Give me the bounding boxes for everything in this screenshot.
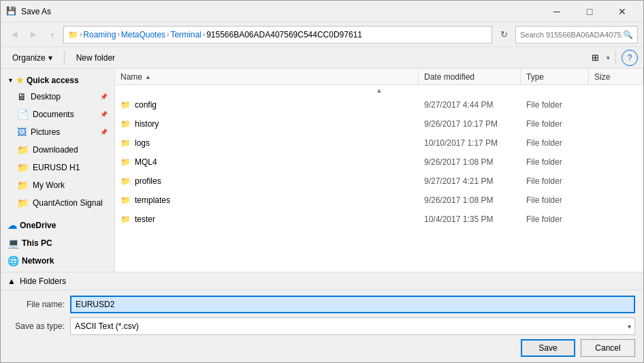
organize-arrow: ▾ bbox=[48, 53, 52, 63]
filename-input[interactable] bbox=[70, 296, 635, 313]
toolbar-right: ⊞ ▾ ? bbox=[586, 50, 638, 66]
back-button[interactable]: ◀ bbox=[6, 27, 22, 43]
eurusd-folder-icon: 📁 bbox=[17, 162, 29, 173]
table-row[interactable]: 📁 templates 9/26/2017 1:08 PM File folde… bbox=[115, 191, 643, 210]
sidebar-item-downloaded-label: Downloaded bbox=[33, 145, 78, 155]
file-name-config: 📁 config bbox=[115, 100, 419, 110]
close-button[interactable]: ✕ bbox=[607, 1, 638, 22]
search-box[interactable]: 🔍 bbox=[515, 26, 638, 44]
minimize-button[interactable]: ─ bbox=[541, 1, 573, 22]
pictures-icon: 🖼 bbox=[17, 127, 27, 138]
file-name-mql4: 📁 MQL4 bbox=[115, 157, 419, 167]
breadcrumb-folder-icon: 📁 bbox=[68, 30, 78, 40]
forward-button[interactable]: ▶ bbox=[25, 27, 42, 43]
search-input[interactable] bbox=[520, 31, 623, 39]
address-bar: ◀ ▶ ↑ 📁 › Roaming › MetaQuotes › Termina… bbox=[1, 22, 643, 47]
search-icon: 🔍 bbox=[623, 30, 633, 40]
sidebar-item-downloaded[interactable]: 📁 Downloaded bbox=[1, 141, 114, 159]
file-name-logs: 📁 logs bbox=[115, 138, 419, 148]
toolbar: Organize ▾ New folder ⊞ ▾ ? bbox=[1, 47, 643, 69]
sidebar-item-eurusd-label: EURUSD H1 bbox=[33, 163, 80, 172]
hide-folders-bar[interactable]: ▲ Hide Folders bbox=[1, 272, 643, 289]
col-size-label: Size bbox=[594, 72, 610, 82]
hide-folders-icon: ▲ bbox=[7, 277, 16, 286]
col-header-size[interactable]: Size bbox=[589, 69, 643, 84]
cancel-button[interactable]: Cancel bbox=[581, 339, 635, 357]
filetype-select-wrapper: ASCII Text (*.csv) CSV Files (*.csv) All… bbox=[70, 317, 635, 335]
pictures-pin-icon: 📌 bbox=[100, 129, 108, 136]
documents-icon: 📄 bbox=[17, 109, 29, 120]
sidebar-item-my-work[interactable]: 📁 My Work bbox=[1, 176, 114, 194]
sidebar-section-network[interactable]: 🌐 Network bbox=[1, 251, 114, 269]
onedrive-icon: ☁ bbox=[7, 220, 17, 231]
window-title: Save As bbox=[21, 7, 541, 16]
sidebar-item-pictures[interactable]: 🖼 Pictures 📌 bbox=[1, 123, 114, 141]
file-area: Name ▲ Date modified Type Size ▲ � bbox=[115, 69, 643, 272]
col-header-date[interactable]: Date modified bbox=[419, 69, 521, 84]
file-name-tester: 📁 tester bbox=[115, 215, 419, 224]
title-bar: 💾 Save As ─ □ ✕ bbox=[1, 1, 643, 22]
network-icon: 🌐 bbox=[7, 255, 19, 266]
sidebar-item-quantaction[interactable]: 📁 QuantAction Signal bbox=[1, 194, 114, 212]
sidebar-section-this-pc[interactable]: 💻 This PC bbox=[1, 234, 114, 251]
help-button[interactable]: ? bbox=[622, 50, 638, 66]
this-pc-label: This PC bbox=[22, 238, 52, 248]
quick-access-label: Quick access bbox=[27, 76, 79, 85]
table-row[interactable]: 📁 MQL4 9/26/2017 1:08 PM File folder bbox=[115, 153, 643, 172]
hide-folders-label: Hide Folders bbox=[20, 277, 66, 286]
table-row[interactable]: 📁 config 9/27/2017 4:44 PM File folder bbox=[115, 95, 643, 114]
table-row[interactable]: 📁 profiles 9/27/2017 4:21 PM File folder bbox=[115, 172, 643, 191]
table-row[interactable]: 📁 logs 10/10/2017 1:17 PM File folder bbox=[115, 133, 643, 153]
scroll-up-indicator: ▲ bbox=[115, 85, 643, 95]
sidebar-section-quick-access[interactable]: ▼ ★ Quick access bbox=[1, 72, 114, 88]
folder-icon-templates: 📁 bbox=[120, 195, 131, 205]
filename-label: File name: bbox=[9, 300, 70, 309]
this-pc-icon: 💻 bbox=[7, 238, 19, 249]
sidebar-item-documents[interactable]: 📄 Documents 📌 bbox=[1, 106, 114, 123]
sidebar-item-eurusd[interactable]: 📁 EURUSD H1 bbox=[1, 159, 114, 176]
file-name-profiles: 📁 profiles bbox=[115, 176, 419, 186]
folder-icon-profiles: 📁 bbox=[120, 176, 131, 186]
col-type-label: Type bbox=[526, 72, 544, 82]
view-button[interactable]: ⊞ bbox=[586, 50, 604, 66]
col-date-label: Date modified bbox=[424, 72, 474, 82]
sidebar-section-onedrive[interactable]: ☁ OneDrive bbox=[1, 216, 114, 234]
sidebar-item-documents-label: Documents bbox=[33, 110, 74, 119]
maximize-button[interactable]: □ bbox=[574, 1, 605, 22]
save-as-dialog: 💾 Save As ─ □ ✕ ◀ ▶ ↑ 📁 › Roaming › Meta… bbox=[0, 0, 644, 363]
save-button[interactable]: Save bbox=[521, 339, 575, 357]
filetype-row: Save as type: ASCII Text (*.csv) CSV Fil… bbox=[9, 317, 635, 335]
table-row[interactable]: 📁 history 9/26/2017 10:17 PM File folder bbox=[115, 114, 643, 133]
sidebar-item-desktop-label: Desktop bbox=[31, 92, 61, 101]
col-name-label: Name bbox=[120, 72, 142, 82]
up-button[interactable]: ↑ bbox=[44, 27, 61, 43]
folder-icon-tester: 📁 bbox=[120, 215, 131, 224]
table-row[interactable]: 📁 tester 10/4/2017 1:35 PM File folder bbox=[115, 210, 643, 229]
downloaded-folder-icon: 📁 bbox=[17, 144, 29, 155]
desktop-icon: 🖥 bbox=[17, 91, 27, 102]
col-header-type[interactable]: Type bbox=[521, 69, 589, 84]
quick-access-collapse-icon: ▼ bbox=[7, 77, 14, 84]
desktop-pin-icon: 📌 bbox=[100, 93, 108, 100]
folder-icon-mql4: 📁 bbox=[120, 157, 131, 167]
window-controls: ─ □ ✕ bbox=[541, 1, 638, 22]
breadcrumb-roaming[interactable]: Roaming bbox=[83, 30, 116, 40]
filetype-select[interactable]: ASCII Text (*.csv) CSV Files (*.csv) All… bbox=[70, 317, 635, 335]
button-row: Save Cancel bbox=[9, 339, 635, 357]
organize-button[interactable]: Organize ▾ bbox=[6, 50, 59, 66]
breadcrumb-metaquotes[interactable]: MetaQuotes bbox=[121, 30, 165, 40]
file-name-templates: 📁 templates bbox=[115, 195, 419, 205]
breadcrumb-terminal[interactable]: Terminal bbox=[170, 30, 201, 40]
refresh-button[interactable]: ↻ bbox=[495, 26, 513, 44]
toolbar-separator bbox=[64, 51, 65, 65]
col-header-name[interactable]: Name ▲ bbox=[115, 69, 419, 84]
sidebar-item-quantaction-label: QuantAction Signal bbox=[33, 198, 103, 208]
sidebar-item-desktop[interactable]: 🖥 Desktop 📌 bbox=[1, 88, 114, 106]
toolbar-sep2 bbox=[615, 51, 616, 65]
view-arrow-icon: ▾ bbox=[607, 54, 610, 61]
my-work-folder-icon: 📁 bbox=[17, 180, 29, 191]
folder-icon-config: 📁 bbox=[120, 100, 131, 110]
onedrive-label: OneDrive bbox=[20, 221, 56, 230]
breadcrumb-current: 915566BA06ADA407569C544CC0D97611 bbox=[206, 30, 362, 40]
new-folder-button[interactable]: New folder bbox=[70, 50, 121, 66]
